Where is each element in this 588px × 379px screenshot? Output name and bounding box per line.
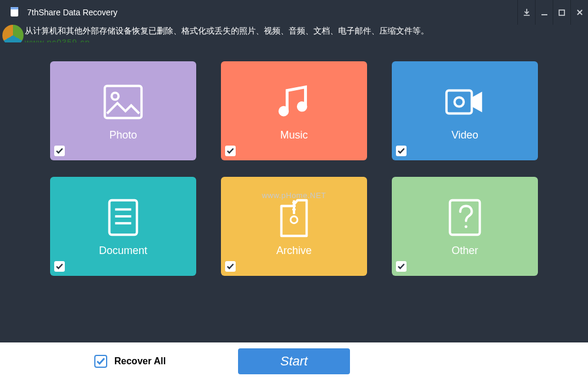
- tile-checkbox[interactable]: [225, 261, 236, 272]
- svg-point-11: [454, 97, 464, 107]
- svg-point-7: [112, 93, 119, 100]
- tile-label: Other: [451, 245, 478, 257]
- tile-checkbox[interactable]: [54, 146, 65, 156]
- tile-checkbox[interactable]: [396, 146, 407, 156]
- svg-point-8: [279, 106, 289, 116]
- tile-label: Music: [280, 129, 308, 141]
- download-icon[interactable]: [517, 0, 535, 25]
- tile-label: Photo: [109, 129, 137, 141]
- app-title: 7thShare Data Recovery: [27, 8, 117, 17]
- other-icon: [442, 196, 488, 239]
- app-icon: [8, 6, 21, 19]
- photo-icon: [100, 81, 146, 123]
- tile-checkbox[interactable]: [225, 146, 236, 156]
- document-icon: [100, 196, 146, 239]
- recover-all-toggle[interactable]: Recover All: [94, 355, 166, 368]
- main-panel: Photo Music Video: [0, 42, 588, 342]
- app-description: 从计算机和其他外部存储设备恢复已删除、格式化或丢失的照片、视频、音频、文档、电子…: [25, 26, 429, 35]
- tile-video[interactable]: Video: [392, 61, 538, 160]
- music-icon: [271, 81, 317, 123]
- tile-photo[interactable]: Photo: [50, 61, 196, 160]
- svg-point-9: [297, 101, 308, 112]
- tile-label: Archive: [276, 245, 312, 257]
- svg-rect-6: [105, 85, 141, 118]
- svg-rect-10: [447, 90, 472, 113]
- start-button[interactable]: Start: [238, 348, 350, 374]
- tile-checkbox[interactable]: [396, 261, 407, 272]
- svg-rect-3: [559, 10, 564, 15]
- tile-archive[interactable]: Archive: [221, 177, 367, 276]
- archive-icon: [271, 196, 317, 239]
- recover-all-label: Recover All: [114, 356, 166, 367]
- svg-rect-1: [11, 7, 18, 9]
- video-icon: [442, 81, 488, 123]
- header-description-row: 从计算机和其他外部存储设备恢复已删除、格式化或丢失的照片、视频、音频、文档、电子…: [0, 25, 588, 42]
- tile-checkbox[interactable]: [54, 261, 65, 272]
- window-controls: [517, 0, 588, 25]
- start-button-label: Start: [280, 354, 308, 369]
- tile-music[interactable]: Music: [221, 61, 367, 160]
- tile-document[interactable]: Document: [50, 177, 196, 276]
- maximize-icon[interactable]: [553, 0, 570, 25]
- tile-label: Document: [99, 245, 147, 257]
- recover-all-checkbox[interactable]: [94, 355, 107, 368]
- svg-point-16: [290, 216, 298, 223]
- close-icon[interactable]: [570, 0, 588, 25]
- tile-grid: Photo Music Video: [35, 61, 553, 276]
- tile-other[interactable]: Other: [392, 177, 538, 276]
- minimize-icon[interactable]: [535, 0, 553, 25]
- titlebar: 7thShare Data Recovery: [0, 0, 588, 25]
- svg-point-18: [465, 225, 468, 228]
- tile-label: Video: [451, 129, 478, 141]
- bottom-bar: Recover All Start: [0, 342, 588, 379]
